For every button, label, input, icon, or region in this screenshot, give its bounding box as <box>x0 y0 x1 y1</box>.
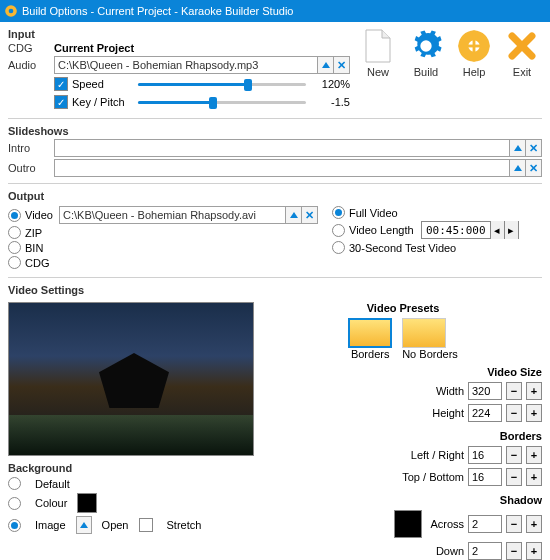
across-minus[interactable]: − <box>506 515 522 533</box>
video-radio[interactable] <box>8 209 21 222</box>
height-plus[interactable]: + <box>526 404 542 422</box>
app-icon <box>4 4 18 18</box>
bg-default-radio[interactable] <box>8 477 21 490</box>
height-label: Height <box>432 407 464 419</box>
zip-radio[interactable] <box>8 226 21 239</box>
key-slider[interactable] <box>138 94 306 110</box>
bg-image-radio[interactable] <box>8 519 21 532</box>
outro-clear-button[interactable]: ✕ <box>526 159 542 177</box>
speed-label: Speed <box>72 78 132 90</box>
bin-radio[interactable] <box>8 241 21 254</box>
time-prev-button[interactable]: ◂ <box>490 221 504 239</box>
close-icon: ✕ <box>305 209 314 222</box>
lr-plus[interactable]: + <box>526 446 542 464</box>
video-path-field[interactable]: C:\KB\Queen - Bohemian Rhapsody.avi <box>59 206 286 224</box>
exit-button[interactable]: Exit <box>502 28 542 78</box>
output-section-label: Output <box>8 190 542 202</box>
outro-field[interactable] <box>54 159 510 177</box>
full-video-radio[interactable] <box>332 206 345 219</box>
height-minus[interactable]: − <box>506 404 522 422</box>
width-plus[interactable]: + <box>526 382 542 400</box>
preset-noborders[interactable]: No Borders <box>402 318 458 360</box>
tb-minus[interactable]: − <box>506 468 522 486</box>
down-label: Down <box>436 545 464 557</box>
shadow-swatch[interactable] <box>394 510 422 538</box>
intro-label: Intro <box>8 142 54 154</box>
down-minus[interactable]: − <box>506 542 522 560</box>
new-icon <box>360 28 396 64</box>
key-checkbox[interactable]: ✓ <box>54 95 68 109</box>
presets-label: Video Presets <box>264 302 542 314</box>
lr-input[interactable]: 16 <box>468 446 502 464</box>
close-icon: ✕ <box>337 59 346 72</box>
cdg-out-label: CDG <box>25 257 49 269</box>
across-input[interactable]: 2 <box>468 515 502 533</box>
main-toolbar: New Build Help Exit <box>358 28 542 78</box>
window-title: Build Options - Current Project - Karaok… <box>22 5 293 17</box>
exit-icon <box>504 28 540 64</box>
down-plus[interactable]: + <box>526 542 542 560</box>
slideshows-section-label: Slideshows <box>8 125 542 137</box>
time-next-button[interactable]: ▸ <box>504 221 518 239</box>
bg-default-label: Default <box>35 478 70 490</box>
bg-image-label: Image <box>35 519 66 531</box>
audio-clear-button[interactable]: ✕ <box>334 56 350 74</box>
video-length-input[interactable]: 00:45:000 ◂ ▸ <box>421 221 519 239</box>
lr-minus[interactable]: − <box>506 446 522 464</box>
bin-label: BIN <box>25 242 43 254</box>
stretch-label: Stretch <box>167 519 202 531</box>
stretch-checkbox[interactable]: ✓ <box>139 518 153 532</box>
build-button[interactable]: Build <box>406 28 446 78</box>
browse-icon <box>514 165 522 171</box>
video-size-label: Video Size <box>487 366 542 378</box>
speed-value: 120% <box>312 78 350 90</box>
video-browse-button[interactable] <box>286 206 302 224</box>
outro-browse-button[interactable] <box>510 159 526 177</box>
bg-colour-swatch[interactable] <box>77 493 97 513</box>
video-length-radio[interactable] <box>332 224 345 237</box>
tb-input[interactable]: 16 <box>468 468 502 486</box>
input-section-label: Input <box>8 28 350 40</box>
close-icon: ✕ <box>529 162 538 175</box>
project-title: Current Project <box>54 42 134 54</box>
new-button[interactable]: New <box>358 28 398 78</box>
video-settings-label: Video Settings <box>8 284 542 296</box>
across-plus[interactable]: + <box>526 515 542 533</box>
down-input[interactable]: 2 <box>468 542 502 560</box>
speed-slider[interactable] <box>138 76 306 92</box>
width-input[interactable]: 320 <box>468 382 502 400</box>
across-label: Across <box>430 518 464 530</box>
preset-borders[interactable]: Borders <box>348 318 392 360</box>
audio-path-field[interactable]: C:\KB\Queen - Bohemian Rhapsody.mp3 <box>54 56 318 74</box>
audio-browse-button[interactable] <box>318 56 334 74</box>
browse-icon <box>290 212 298 218</box>
intro-field[interactable] <box>54 139 510 157</box>
preview-image <box>8 302 254 456</box>
bg-colour-radio[interactable] <box>8 497 21 510</box>
svg-rect-5 <box>458 45 489 48</box>
background-label: Background <box>8 462 254 474</box>
bg-open-button[interactable] <box>76 516 92 534</box>
test-video-radio[interactable] <box>332 241 345 254</box>
lr-label: Left / Right <box>411 449 464 461</box>
speed-checkbox[interactable]: ✓ <box>54 77 68 91</box>
browse-icon <box>514 145 522 151</box>
borders-label: Borders <box>500 430 542 442</box>
height-input[interactable]: 224 <box>468 404 502 422</box>
tb-label: Top / Bottom <box>402 471 464 483</box>
tb-plus[interactable]: + <box>526 468 542 486</box>
video-clear-button[interactable]: ✕ <box>302 206 318 224</box>
help-button[interactable]: Help <box>454 28 494 78</box>
intro-browse-button[interactable] <box>510 139 526 157</box>
titlebar: Build Options - Current Project - Karaok… <box>0 0 550 22</box>
key-value: -1.5 <box>312 96 350 108</box>
svg-point-1 <box>9 9 14 14</box>
width-minus[interactable]: − <box>506 382 522 400</box>
cdg-radio[interactable] <box>8 256 21 269</box>
help-icon <box>456 28 492 64</box>
outro-label: Outro <box>8 162 54 174</box>
shadow-label: Shadow <box>500 494 542 506</box>
browse-icon <box>80 522 88 528</box>
intro-clear-button[interactable]: ✕ <box>526 139 542 157</box>
key-label: Key / Pitch <box>72 96 132 108</box>
